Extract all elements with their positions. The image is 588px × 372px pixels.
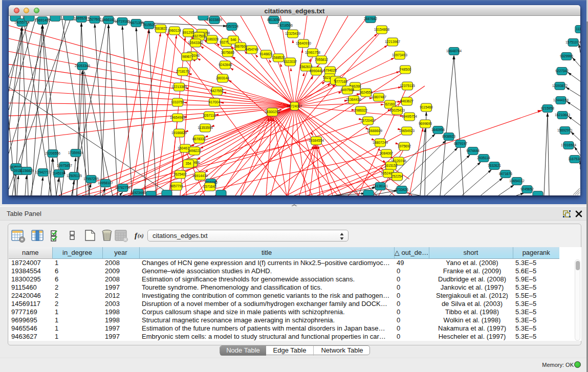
svg-text:10025433: 10025433 — [389, 108, 405, 112]
svg-text:7986322: 7986322 — [354, 108, 367, 112]
svg-text:10654112: 10654112 — [509, 179, 525, 183]
svg-text:9242848: 9242848 — [219, 63, 232, 67]
svg-text:8471676: 8471676 — [499, 172, 512, 176]
svg-text:12213369: 12213369 — [171, 85, 187, 89]
svg-text:1615152: 1615152 — [384, 164, 398, 167]
svg-text:8813054: 8813054 — [267, 18, 280, 21]
svg-text:12325419: 12325419 — [285, 32, 300, 35]
svg-text:1571643: 1571643 — [203, 185, 216, 188]
svg-text:9699695: 9699695 — [419, 122, 432, 125]
svg-text:9245652: 9245652 — [520, 187, 534, 191]
svg-text:18300295: 18300295 — [265, 110, 280, 114]
svg-text:6879197: 6879197 — [454, 142, 467, 145]
svg-text:8454749: 8454749 — [245, 48, 258, 51]
svg-text:10688609: 10688609 — [367, 129, 382, 133]
svg-text:19218506: 19218506 — [277, 24, 293, 27]
svg-text:2935114: 2935114 — [477, 156, 490, 160]
svg-text:11923446: 11923446 — [130, 191, 146, 194]
svg-text:8427552: 8427552 — [210, 89, 224, 93]
svg-text:19495754: 19495754 — [402, 115, 417, 118]
svg-text:17359924: 17359924 — [68, 151, 83, 155]
svg-text:9777169: 9777169 — [334, 80, 347, 83]
svg-text:3267110: 3267110 — [203, 114, 216, 117]
svg-text:16671355: 16671355 — [128, 21, 144, 25]
svg-text:10975857: 10975857 — [57, 164, 72, 167]
svg-text:17016504: 17016504 — [561, 143, 576, 147]
svg-text:16782759: 16782759 — [115, 186, 130, 189]
svg-text:12942717: 12942717 — [35, 170, 51, 174]
svg-text:19654923: 19654923 — [399, 129, 415, 133]
svg-text:1588520: 1588520 — [272, 56, 285, 59]
svg-text:7625402: 7625402 — [173, 172, 187, 176]
svg-text:891295: 891295 — [183, 31, 194, 34]
svg-text:(x): (x) — [138, 233, 144, 239]
svg-text:6794028: 6794028 — [323, 69, 337, 72]
svg-text:12093872: 12093872 — [552, 84, 568, 87]
svg-text:11121: 11121 — [576, 27, 580, 31]
svg-text:7955812: 7955812 — [315, 58, 328, 61]
svg-text:252254: 252254 — [391, 174, 403, 178]
svg-text:417004: 417004 — [209, 100, 221, 104]
svg-text:1527602: 1527602 — [88, 17, 101, 21]
svg-text:16210643: 16210643 — [555, 113, 570, 117]
svg-text:16033809: 16033809 — [207, 18, 222, 21]
svg-text:9084067: 9084067 — [380, 151, 393, 155]
svg-text:19654985: 19654985 — [170, 116, 185, 119]
svg-text:3624554: 3624554 — [359, 91, 373, 94]
svg-text:98967: 98967 — [182, 55, 192, 58]
svg-text:12375115: 12375115 — [400, 84, 415, 87]
svg-text:21364436: 21364436 — [346, 98, 361, 101]
svg-text:62160: 62160 — [385, 102, 395, 106]
svg-text:10958107: 10958107 — [98, 181, 113, 185]
svg-text:7632621: 7632621 — [488, 164, 501, 167]
svg-text:10973493: 10973493 — [392, 53, 407, 57]
svg-text:19384554: 19384554 — [309, 139, 324, 142]
svg-text:20053346: 20053346 — [75, 64, 90, 68]
svg-text:6466160: 6466160 — [102, 18, 115, 21]
svg-text:19166829: 19166829 — [171, 131, 187, 135]
svg-text:9327509: 9327509 — [192, 34, 206, 38]
svg-text:1640954: 1640954 — [431, 128, 445, 132]
svg-text:10655287: 10655287 — [74, 16, 89, 20]
svg-text:15640910: 15640910 — [296, 41, 311, 45]
svg-text:1167534: 1167534 — [568, 157, 580, 161]
svg-text:9857791: 9857791 — [170, 184, 183, 188]
svg-text:12444158: 12444158 — [553, 98, 569, 102]
svg-text:2803144: 2803144 — [216, 76, 229, 80]
svg-text:1975692: 1975692 — [398, 144, 411, 148]
svg-text:14136141: 14136141 — [373, 184, 388, 188]
svg-text:16648784: 16648784 — [446, 49, 462, 53]
svg-text:1733426: 1733426 — [395, 188, 408, 191]
svg-text:1010755: 1010755 — [171, 100, 184, 104]
svg-text:3675685: 3675685 — [221, 51, 234, 54]
svg-text:2687682: 2687682 — [364, 17, 377, 20]
svg-text:354: 354 — [185, 162, 191, 165]
svg-text:8960124: 8960124 — [168, 29, 181, 32]
svg-text:10961758: 10961758 — [305, 51, 320, 54]
svg-text:1145194: 1145194 — [52, 171, 66, 175]
svg-text:7357224: 7357224 — [225, 25, 238, 28]
svg-text:9329966: 9329966 — [560, 54, 573, 58]
svg-text:11156829: 11156829 — [19, 169, 34, 172]
svg-text:9115460: 9115460 — [420, 105, 433, 109]
svg-text:2718176: 2718176 — [176, 70, 189, 73]
svg-text:15720407: 15720407 — [360, 119, 376, 122]
svg-text:9146821: 9146821 — [259, 52, 273, 56]
svg-text:15751074: 15751074 — [565, 40, 580, 44]
svg-text:8186328: 8186328 — [205, 37, 219, 41]
svg-text:8215958: 8215958 — [541, 106, 554, 110]
svg-text:15692971: 15692971 — [557, 128, 573, 132]
svg-text:11353594: 11353594 — [198, 126, 213, 129]
svg-text:9474444: 9474444 — [466, 149, 480, 152]
svg-text:8678332: 8678332 — [192, 137, 206, 141]
svg-text:12505135: 12505135 — [67, 174, 82, 178]
svg-text:7663822: 7663822 — [154, 27, 167, 30]
svg-text:10543362: 10543362 — [188, 41, 203, 45]
svg-text:8322037: 8322037 — [284, 60, 297, 63]
svg-text:10719185: 10719185 — [115, 19, 130, 23]
svg-text:20206556: 20206556 — [45, 151, 60, 155]
svg-text:16154808: 16154808 — [374, 28, 389, 31]
svg-text:8990448: 8990448 — [310, 69, 323, 73]
svg-text:9463627: 9463627 — [400, 99, 413, 103]
svg-text:20691406: 20691406 — [35, 18, 50, 22]
